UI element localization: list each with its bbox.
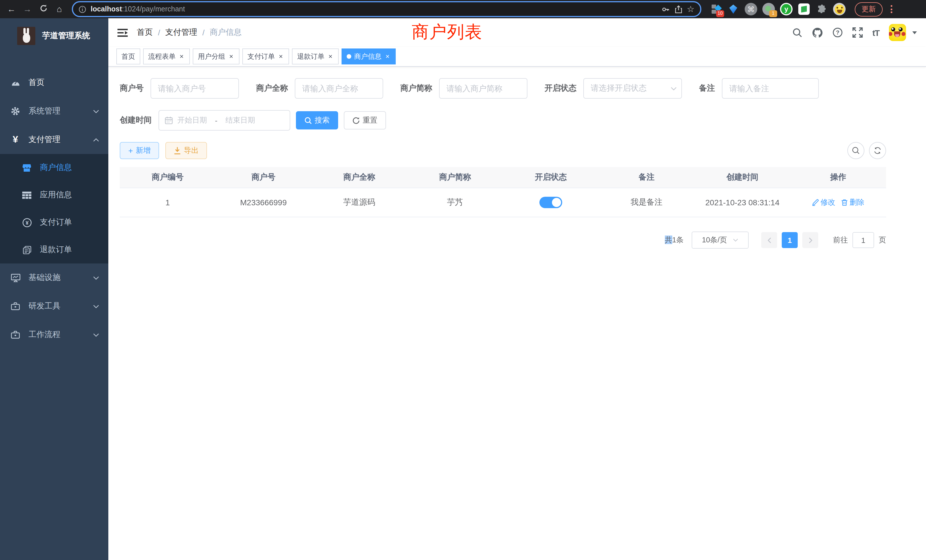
browser-forward-icon[interactable]: → — [21, 0, 34, 18]
goto-label: 前往 — [833, 235, 848, 245]
sidebar-item-merchant-info[interactable]: 商户信息 — [0, 154, 108, 182]
yen-icon: ¥ — [10, 134, 21, 145]
extension-command-icon[interactable]: ⌘ — [745, 3, 757, 15]
grid-icon — [22, 191, 32, 199]
page-1-button[interactable]: 1 — [782, 232, 798, 248]
goto-page-input[interactable] — [852, 232, 874, 248]
github-icon[interactable] — [812, 27, 823, 38]
remark-input[interactable] — [722, 78, 819, 98]
browser-home-icon[interactable]: ⌂ — [53, 0, 66, 18]
svg-text:?: ? — [836, 29, 839, 36]
tags-view: 首页 流程表单× 用户分组× 支付订单× 退款订单× 商户信息× — [108, 47, 926, 67]
breadcrumb-current: 商户信息 — [210, 27, 242, 38]
delete-button[interactable]: 删除 — [841, 197, 864, 207]
font-size-icon[interactable]: tT — [872, 28, 879, 37]
app-logo[interactable]: 芋道管理系统 — [0, 18, 108, 54]
extensions-puzzle-icon[interactable] — [816, 3, 828, 15]
merchant-page: 商户号 商户全称 商户简称 开启状态 请选择开启状态 — [108, 67, 886, 249]
sidebar-item-refund-order[interactable]: 退款订单 — [0, 236, 108, 263]
sidebar-item-home[interactable]: 首页 — [0, 68, 108, 97]
edit-button[interactable]: 修改 — [812, 197, 835, 207]
sidebar-item-workflow[interactable]: 工作流程 — [0, 321, 108, 349]
app-title: 芋道管理系统 — [42, 31, 90, 41]
sidebar-item-app-info[interactable]: 应用信息 — [0, 182, 108, 209]
merchant-table: 商户编号 商户号 商户全称 商户简称 开启状态 备注 创建时间 操作 1 M23… — [120, 167, 886, 217]
trash-icon — [841, 199, 848, 206]
browser-update-button[interactable]: 更新 — [855, 2, 883, 16]
tab-refund-order[interactable]: 退款订单× — [292, 48, 339, 64]
pagination: 共1条 10条/页 1 前往 — [120, 232, 886, 249]
breadcrumb: 首页 / 支付管理 / 商户信息 — [137, 27, 242, 38]
chevron-down-icon — [733, 238, 738, 242]
close-icon[interactable]: × — [384, 53, 390, 61]
password-key-icon[interactable] — [661, 5, 670, 14]
tab-process-form[interactable]: 流程表单× — [143, 48, 190, 64]
address-bar[interactable]: localhost:1024/pay/merchant ☆ — [72, 1, 701, 17]
status-toggle[interactable] — [539, 197, 562, 208]
sidebar-item-infra[interactable]: 基础设施 — [0, 263, 108, 292]
full-name-input[interactable] — [295, 78, 383, 98]
browser-back-icon[interactable]: ← — [5, 0, 18, 18]
edit-icon — [812, 199, 819, 206]
table-toolbar: + 新增 导出 — [120, 142, 886, 159]
sidebar-item-system[interactable]: 系统管理 — [0, 97, 108, 126]
create-time-range-picker[interactable]: 开始日期 - 结束日期 — [159, 110, 290, 130]
browser-reload-icon[interactable] — [36, 0, 50, 19]
help-icon[interactable]: ? — [832, 27, 843, 38]
tab-home[interactable]: 首页 — [117, 48, 140, 64]
share-icon[interactable] — [674, 5, 682, 14]
cell-id: 1 — [120, 198, 216, 207]
user-menu-caret-icon[interactable] — [912, 31, 917, 34]
short-name-input[interactable] — [439, 78, 527, 98]
sidebar-item-dev-tools[interactable]: 研发工具 — [0, 292, 108, 321]
document-icon — [22, 245, 32, 254]
refresh-icon — [353, 117, 360, 124]
status-select[interactable]: 请选择开启状态 — [583, 78, 682, 98]
show-search-toggle-button[interactable] — [847, 142, 864, 159]
chevron-down-icon — [670, 86, 677, 90]
breadcrumb-pay[interactable]: 支付管理 — [165, 27, 197, 38]
user-avatar[interactable] — [889, 24, 906, 41]
extension-emoji-icon[interactable] — [833, 3, 846, 15]
calendar-icon — [165, 117, 173, 124]
refresh-table-button[interactable] — [869, 142, 886, 159]
page-size-select[interactable]: 10条/页 — [691, 232, 749, 249]
chevron-down-icon — [93, 276, 99, 280]
tab-user-group[interactable]: 用户分组× — [193, 48, 239, 64]
app-window: ← → ⌂ localhost:1024/pay/merchant ☆ 10 — [0, 0, 926, 560]
gear-icon — [10, 107, 21, 116]
start-date-placeholder: 开始日期 — [177, 115, 207, 126]
fullscreen-icon[interactable] — [852, 27, 863, 38]
breadcrumb-home[interactable]: 首页 — [137, 27, 153, 38]
tab-pay-order[interactable]: 支付订单× — [242, 48, 289, 64]
extension-y-icon[interactable]: y — [780, 3, 793, 15]
export-button[interactable]: 导出 — [165, 142, 207, 159]
extension-camera-icon[interactable]: 1 — [763, 3, 775, 15]
tab-merchant-info[interactable]: 商户信息× — [342, 48, 396, 64]
navbar-actions: ? tT — [793, 24, 917, 41]
top-navbar: 首页 / 支付管理 / 商户信息 ? — [108, 18, 926, 47]
search-button[interactable]: 搜索 — [296, 111, 338, 129]
bookmark-star-icon[interactable]: ☆ — [687, 4, 694, 14]
prev-page-button[interactable] — [761, 232, 777, 248]
add-button[interactable]: + 新增 — [120, 142, 159, 159]
sidebar-item-pay-order[interactable]: ¥ 支付订单 — [0, 209, 108, 236]
browser-menu-icon[interactable] — [887, 5, 895, 13]
site-info-icon[interactable] — [79, 5, 86, 13]
close-icon[interactable]: × — [228, 53, 235, 61]
sidebar-collapse-icon[interactable] — [118, 28, 128, 37]
chevron-up-icon — [93, 138, 99, 142]
end-date-placeholder: 结束日期 — [225, 115, 255, 126]
url-text[interactable]: localhost:1024/pay/merchant — [91, 5, 185, 13]
search-icon[interactable] — [793, 28, 802, 37]
extension-note-icon[interactable] — [798, 3, 810, 15]
merchant-no-input[interactable] — [151, 78, 239, 98]
extension-gem-icon[interactable] — [727, 3, 740, 15]
sidebar-item-pay[interactable]: ¥ 支付管理 — [0, 126, 108, 154]
close-icon[interactable]: × — [278, 53, 284, 61]
extension-blocks-icon[interactable]: 10 — [709, 3, 722, 15]
close-icon[interactable]: × — [179, 53, 185, 61]
close-icon[interactable]: × — [327, 53, 334, 61]
next-page-button[interactable] — [802, 232, 818, 248]
reset-button[interactable]: 重置 — [344, 111, 386, 129]
